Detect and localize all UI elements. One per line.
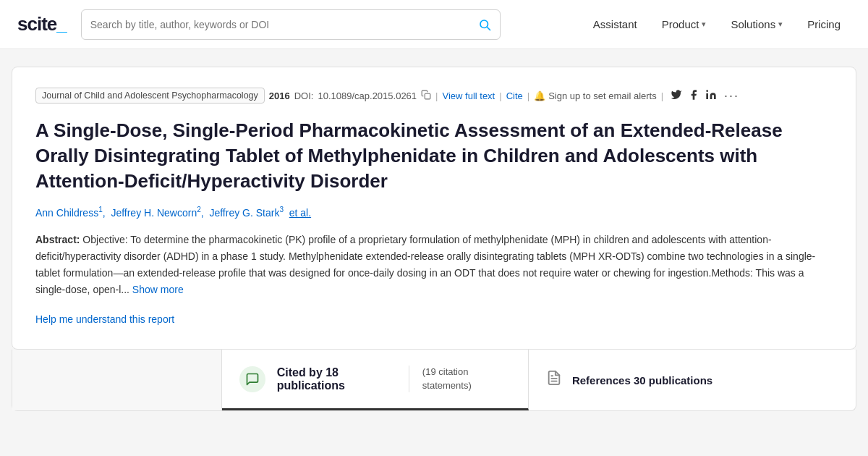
separator-2: | [499, 90, 501, 101]
facebook-icon[interactable] [688, 89, 699, 103]
site-header: scite_ Assistant Product ▾ Solutions ▾ P… [0, 0, 868, 49]
journal-name: Journal of Child and Adolescent Psychoph… [35, 88, 265, 104]
linkedin-icon[interactable] [705, 89, 717, 103]
solutions-chevron-icon: ▾ [778, 20, 783, 29]
references-icon [546, 370, 562, 390]
svg-point-0 [480, 20, 488, 28]
references-text: References 30 publications [572, 374, 712, 387]
citation-statements: (19 citation statements) [409, 366, 511, 392]
stats-bar: Cited by 18 publications (19 citation st… [12, 350, 856, 410]
abstract-label: Abstract: [35, 234, 80, 245]
author-2-link[interactable]: Jeffrey H. Newcorn2 [111, 207, 200, 219]
search-bar [81, 9, 501, 40]
cited-main-info: Cited by 18 publications [277, 366, 397, 392]
paper-doi-label: DOI: [294, 90, 314, 101]
search-input[interactable] [90, 19, 478, 30]
author-3-link[interactable]: Jeffrey G. Stark3 [209, 207, 284, 219]
authors-list: Ann Childress1, Jeffrey H. Newcorn2, Jef… [35, 206, 833, 219]
search-button[interactable] [478, 18, 491, 31]
et-al-link[interactable]: et al. [289, 207, 311, 219]
nav-product[interactable]: Product ▾ [652, 12, 717, 36]
references-section[interactable]: References 30 publications [529, 350, 856, 410]
paper-year: 2016 [269, 90, 290, 101]
paper-card: Journal of Child and Adolescent Psychoph… [12, 67, 856, 350]
paper-doi-value: 10.1089/cap.2015.0261 [318, 90, 417, 101]
main-content: Journal of Child and Adolescent Psychoph… [0, 49, 868, 411]
nav-assistant[interactable]: Assistant [583, 12, 647, 36]
author-2-sup: 2 [197, 206, 201, 214]
stats-empty-section [12, 350, 222, 410]
cited-icon [239, 366, 265, 392]
author-1-link[interactable]: Ann Childress1 [35, 207, 103, 219]
bell-icon: 🔔 [534, 90, 545, 101]
cited-count: Cited by 18 publications [277, 366, 397, 392]
logo-underscore: _ [56, 13, 66, 35]
nav-pricing[interactable]: Pricing [797, 12, 851, 36]
product-chevron-icon: ▾ [702, 20, 706, 29]
author-1-sup: 1 [98, 206, 103, 214]
copy-doi-icon[interactable] [421, 90, 431, 102]
help-understand-link[interactable]: Help me understand this report [35, 313, 174, 325]
cite-link[interactable]: Cite [506, 90, 523, 101]
separator-3: | [527, 90, 529, 101]
nav-solutions[interactable]: Solutions ▾ [720, 12, 793, 36]
view-full-text-link[interactable]: View full text [442, 90, 495, 101]
main-nav: Assistant Product ▾ Solutions ▾ Pricing [583, 12, 851, 36]
abstract-text: Abstract: Objective: To determine the ph… [35, 232, 833, 298]
email-alert: 🔔 Sign up to set email alerts [534, 90, 657, 101]
site-logo[interactable]: scite_ [17, 13, 67, 35]
paper-meta-row: Journal of Child and Adolescent Psychoph… [35, 88, 833, 104]
more-options-button[interactable]: ··· [724, 88, 739, 104]
svg-rect-2 [425, 93, 430, 99]
social-icons-group [671, 89, 717, 103]
twitter-icon[interactable] [671, 89, 682, 103]
svg-point-3 [706, 90, 708, 92]
paper-title: A Single-Dose, Single-Period Pharmacokin… [35, 118, 833, 194]
show-more-link[interactable]: Show more [132, 284, 184, 295]
separator-1: | [435, 90, 438, 101]
author-3-sup: 3 [279, 206, 284, 214]
separator-4: | [661, 90, 663, 101]
cited-by-section[interactable]: Cited by 18 publications (19 citation st… [222, 350, 529, 410]
svg-line-1 [487, 27, 490, 30]
